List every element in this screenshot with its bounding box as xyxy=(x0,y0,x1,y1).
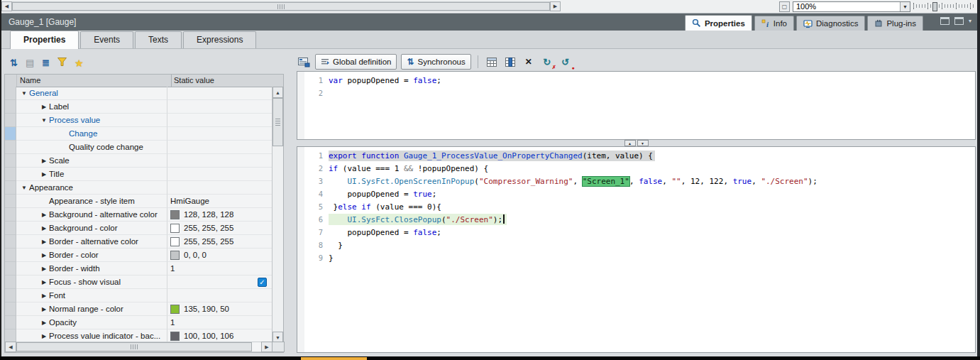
scrollbar-thumb[interactable] xyxy=(16,342,252,351)
scrollbar-track[interactable] xyxy=(272,98,283,332)
property-value-cell[interactable]: 128, 128, 128 xyxy=(167,208,272,222)
code-line[interactable]: 8 } xyxy=(297,239,975,251)
splitter-collapse-up-button[interactable]: ▲ xyxy=(624,140,636,146)
code-text[interactable]: } xyxy=(329,240,345,251)
property-value-cell[interactable] xyxy=(167,100,272,114)
property-row-background-color[interactable]: ▶Background - color255, 255, 255 xyxy=(5,222,272,235)
code-text[interactable]: } xyxy=(329,253,336,263)
property-row-normal-range-color[interactable]: ▶Normal range - color135, 190, 50 xyxy=(5,302,272,316)
refresh-error-icon[interactable]: ↻✗ xyxy=(540,55,554,69)
column-header-static-value[interactable]: Static value xyxy=(172,75,283,87)
zoom-fit-button[interactable]: ▢ xyxy=(779,1,790,12)
scroll-left-button[interactable]: ◀ xyxy=(1,1,12,11)
property-row-title[interactable]: ▶Title xyxy=(5,168,272,181)
code-text[interactable]: UI.SysFct.ClosePopup("./Screen"); xyxy=(329,214,507,225)
expand-arrow-icon[interactable]: ▶ xyxy=(39,171,49,178)
expand-arrow-icon[interactable]: ▶ xyxy=(39,306,49,312)
property-value-cell[interactable] xyxy=(167,168,272,181)
code-text[interactable]: UI.SysFct.OpenScreenInPopup("Compressor_… xyxy=(329,176,820,187)
code-text[interactable]: popupOpened = true; xyxy=(329,189,439,200)
float-window-icon[interactable] xyxy=(940,17,949,25)
expand-arrow-icon[interactable]: ▶ xyxy=(39,252,49,258)
zoom-select[interactable]: 100% ▼ xyxy=(793,1,910,12)
property-value-cell[interactable]: 135, 190, 50 xyxy=(167,302,272,316)
property-value-cell[interactable]: 1 xyxy=(167,262,272,276)
property-value-cell[interactable] xyxy=(167,87,272,100)
filter-funnel-icon[interactable] xyxy=(57,58,67,69)
code-text[interactable]: var popupOpened = false; xyxy=(329,75,444,86)
property-row-appearance[interactable]: ▼Appearance xyxy=(5,181,272,195)
script-region-icon[interactable] xyxy=(297,55,311,69)
property-value-cell[interactable]: 255, 255, 255 xyxy=(167,235,272,249)
property-value-cell[interactable] xyxy=(167,114,272,127)
insert-column-icon[interactable] xyxy=(503,55,517,69)
scroll-right-button[interactable]: ▶ xyxy=(261,342,272,352)
tab-info[interactable]: i Info xyxy=(754,16,794,31)
code-line[interactable]: 1var popupOpened = false; xyxy=(297,74,975,87)
expand-arrow-icon[interactable]: ▶ xyxy=(39,239,49,245)
scroll-left-button[interactable]: ◀ xyxy=(5,342,16,352)
zoom-slider[interactable] xyxy=(913,1,976,11)
slider-thumb[interactable] xyxy=(932,2,937,11)
property-row-scale[interactable]: ▶Scale xyxy=(5,154,272,168)
scrollbar-thumb[interactable] xyxy=(272,98,283,146)
scrollbar-track[interactable] xyxy=(16,342,261,352)
code-line[interactable]: 4 popupOpened = true; xyxy=(297,187,975,200)
scrollbar-thumb[interactable] xyxy=(12,2,550,11)
code-line[interactable]: 3 UI.SysFct.OpenScreenInPopup("Compresso… xyxy=(297,175,975,187)
code-line[interactable]: 9} xyxy=(297,251,975,264)
expand-arrow-icon[interactable]: ▶ xyxy=(39,158,49,164)
property-value-cell[interactable] xyxy=(167,127,272,141)
property-value-cell[interactable]: 255, 255, 255 xyxy=(167,222,272,235)
code-line[interactable]: 6 UI.SysFct.ClosePopup("./Screen"); xyxy=(297,213,975,226)
property-value-cell[interactable]: HmiGauge xyxy=(167,195,272,208)
expand-arrow-icon[interactable]: ▶ xyxy=(39,266,49,272)
global-definition-button[interactable]: Global definition xyxy=(315,54,397,70)
global-definition-editor[interactable]: 1var popupOpened = false;2 xyxy=(297,71,976,140)
property-row-border-color[interactable]: ▶Border - color0, 0, 0 xyxy=(5,249,272,262)
tab-properties[interactable]: Properties xyxy=(685,15,752,31)
property-row-label[interactable]: ▶Label xyxy=(5,100,272,114)
code-line[interactable]: 2 xyxy=(297,87,975,99)
nav-tab-properties[interactable]: Properties xyxy=(10,31,79,49)
scroll-right-button[interactable]: ▶ xyxy=(550,1,561,11)
code-text[interactable] xyxy=(329,92,331,94)
property-value-cell[interactable] xyxy=(167,154,272,168)
code-text[interactable]: }else if (value === 0){ xyxy=(329,202,444,212)
code-line[interactable]: 2if (value === 1 && !popupOpened) { xyxy=(297,162,975,175)
property-value-cell[interactable]: 0, 0, 0 xyxy=(167,249,272,262)
tab-diagnostics[interactable]: Diagnostics xyxy=(796,16,865,31)
synchronous-button[interactable]: ⇅ Synchronous xyxy=(401,54,470,70)
expand-arrow-icon[interactable]: ▶ xyxy=(39,320,49,326)
code-text[interactable]: if (value === 1 && !popupOpened) { xyxy=(329,163,490,174)
code-line[interactable]: 7 popupOpened = false; xyxy=(297,226,975,239)
code-text[interactable]: export function Gauge_1_ProcessValue_OnP… xyxy=(329,151,655,161)
checkbox-checked[interactable]: ✓ xyxy=(258,278,267,287)
nav-tab-texts[interactable]: Texts xyxy=(135,31,182,48)
property-row-font[interactable]: ▶Font xyxy=(5,289,272,302)
chevron-down-icon[interactable]: ▼ xyxy=(900,2,910,11)
delete-icon[interactable]: ✕ xyxy=(522,55,536,69)
refresh-warning-icon[interactable]: ↺● xyxy=(558,55,573,69)
chevron-down-icon[interactable]: ▾ xyxy=(969,18,971,24)
event-script-editor[interactable]: 1export function Gauge_1_ProcessValue_On… xyxy=(297,146,976,353)
property-row-background-alternative-color[interactable]: ▶Background - alternative color128, 128,… xyxy=(5,208,272,222)
expand-arrow-icon[interactable]: ▶ xyxy=(39,293,49,299)
code-line[interactable]: 1export function Gauge_1_ProcessValue_On… xyxy=(297,149,975,162)
property-row-border-alternative-color[interactable]: ▶Border - alternative color255, 255, 255 xyxy=(5,235,272,249)
property-row-general[interactable]: ▼General xyxy=(5,87,272,100)
expand-arrow-icon[interactable]: ▶ xyxy=(39,225,49,231)
scrollbar-track[interactable] xyxy=(12,1,550,11)
properties-horizontal-scrollbar[interactable]: ◀ ▶ xyxy=(5,342,285,352)
property-value-cell[interactable]: ✓ xyxy=(167,276,272,289)
code-text[interactable]: popupOpened = false; xyxy=(329,227,444,238)
nav-tab-expressions[interactable]: Expressions xyxy=(183,31,256,48)
property-row-focus-show-visual[interactable]: ▶Focus - show visual✓ xyxy=(5,276,272,289)
column-header-name[interactable]: Name xyxy=(17,75,172,87)
collapse-arrow-icon[interactable]: ▼ xyxy=(19,185,29,191)
property-row-border-width[interactable]: ▶Border - width1 xyxy=(5,262,272,276)
category-view-icon[interactable]: ▤ xyxy=(26,58,34,69)
property-row-appearance-style-item[interactable]: Appearance - style itemHmiGauge xyxy=(5,195,272,208)
property-value-cell[interactable]: 1 xyxy=(167,316,272,329)
document-horizontal-scrollbar[interactable]: ◀ ▶ xyxy=(1,1,561,11)
